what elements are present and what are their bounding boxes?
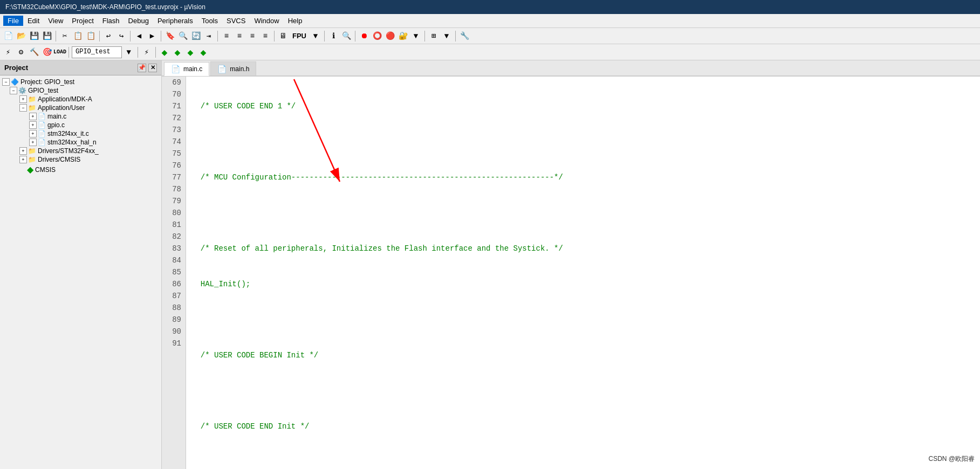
ln-90: 90 [166, 326, 181, 337]
sep9 [424, 31, 425, 42]
toggle-main-c[interactable]: + [29, 113, 37, 120]
new-btn[interactable]: 📄 [2, 30, 14, 42]
toggle-drivers-cmsis[interactable]: + [19, 156, 27, 163]
menu-peripherals[interactable]: Peripherals [153, 16, 197, 26]
diamond-btn4[interactable]: ◆ [197, 46, 209, 58]
save-btn[interactable]: 💾 [28, 30, 40, 42]
tree-item-app-mdk[interactable]: + 📁 Application/MDK-A [0, 95, 161, 104]
target-dropdown-arrow[interactable]: ▼ [123, 46, 135, 58]
tree-item-project[interactable]: − 🔷 Project: GPIO_test [0, 78, 161, 86]
toggle-app-mdk[interactable]: + [19, 95, 27, 103]
ln-71: 71 [166, 100, 181, 112]
tree-item-drivers-cmsis[interactable]: + 📁 Drivers/CMSIS [0, 155, 161, 164]
undo-btn[interactable]: ↩ [102, 30, 114, 42]
tab-main-c[interactable]: 📄 main.c [164, 62, 209, 76]
toggle-drivers-stm[interactable]: + [19, 147, 27, 155]
compile-btn[interactable]: 🔨 [28, 46, 40, 58]
cut-btn[interactable]: ✂️ [59, 30, 71, 42]
menu-debug[interactable]: Debug [124, 16, 153, 26]
dropdown-btn3[interactable]: ▼ [441, 30, 453, 42]
sep11 [68, 47, 69, 58]
watermark-text: CSDN @欧阳睿 [928, 455, 975, 463]
tree-item-gpio-test[interactable]: − ⚙️ GPIO_test [0, 86, 161, 95]
search-btn[interactable]: 🔍 [340, 30, 352, 42]
target-dropdown[interactable]: GPIO_test [72, 46, 122, 58]
menu-file[interactable]: File [3, 16, 23, 26]
grid-btn[interactable]: ⊞ [428, 30, 440, 42]
tree-item-cmsis[interactable]: ◆ CMSIS [0, 164, 161, 175]
stm-hal-icon: 📄 [38, 139, 46, 146]
wrench-btn[interactable]: 🔧 [458, 30, 470, 42]
option-btn[interactable]: ⚡ [141, 46, 153, 58]
menu-project[interactable]: Project [67, 16, 98, 26]
record-btn[interactable]: ⏺ [358, 30, 370, 42]
sep8 [355, 31, 355, 42]
menu-window[interactable]: Window [250, 16, 283, 26]
ln-79: 79 [166, 195, 181, 207]
forward-btn[interactable]: ▶ [146, 30, 158, 42]
diamond-btn3[interactable]: ◆ [184, 46, 196, 58]
copy-btn[interactable]: 📋 [72, 30, 84, 42]
code-line-75 [191, 314, 975, 326]
build-btn[interactable]: ⚡ [2, 46, 14, 58]
tree-item-gpio-c[interactable]: + 📄 gpio.c [0, 121, 161, 129]
redo-btn[interactable]: ↪ [115, 30, 127, 42]
shield-btn[interactable]: 🔐 [397, 30, 409, 42]
toggle-gpio-c[interactable]: + [29, 121, 37, 129]
toggle-gpio-test[interactable]: − [10, 87, 17, 94]
menu-help[interactable]: Help [284, 16, 307, 26]
gpio-c-icon: 📄 [38, 121, 46, 129]
paste-btn[interactable]: 📋 [85, 30, 97, 42]
project-icon: 🔷 [11, 78, 19, 86]
menu-edit[interactable]: Edit [23, 16, 44, 26]
circle-btn[interactable]: ⭕ [371, 30, 383, 42]
open-btn[interactable]: 📂 [15, 30, 27, 42]
tree-container: − 🔷 Project: GPIO_test − ⚙️ GPIO_test + … [0, 75, 161, 469]
toggle-stm-it[interactable]: + [29, 130, 37, 137]
editor-area: 📄 main.c 📄 main.h [162, 60, 980, 469]
menu-view[interactable]: View [44, 16, 67, 26]
tab-main-h-label: main.h [230, 65, 249, 73]
cmsis-label: CMSIS [35, 166, 56, 174]
load-btn[interactable]: LOAD [54, 46, 66, 58]
sidebar-close-icon[interactable]: ✕ [148, 64, 157, 72]
indent-btn[interactable]: ⇥ [203, 30, 215, 42]
tab-main-h[interactable]: 📄 main.h [210, 61, 256, 75]
toggle-stm-hal[interactable]: + [29, 139, 37, 146]
info-btn[interactable]: ℹ [327, 30, 339, 42]
sidebar-pin-icon[interactable]: 📌 [138, 64, 146, 72]
fpu-dropdown[interactable]: ▼ [310, 30, 321, 42]
toggle-app-user[interactable]: − [19, 104, 27, 112]
cpu-btn[interactable]: 🖥 [277, 30, 289, 42]
code-editor[interactable]: 69 70 71 72 73 74 75 76 77 78 79 80 81 8… [162, 77, 980, 469]
align-btn2[interactable]: ≡ [234, 30, 245, 42]
ln-80: 80 [166, 207, 181, 219]
toolbar-1: 📄 📂 💾 💾 ✂️ 📋 📋 ↩ ↪ ◀ ▶ 🔖 🔍 🔄 ⇥ ≡ ≡ ≡ ≡ 🖥… [0, 28, 980, 44]
align-btn4[interactable]: ≡ [259, 30, 271, 42]
tree-item-app-user[interactable]: − 📁 Application/User [0, 104, 161, 112]
bookmark-btn[interactable]: 🔖 [164, 30, 176, 42]
tree-item-stm-hal[interactable]: + 📄 stm32f4xx_hal_n [0, 138, 161, 147]
target-btn[interactable]: 🎯 [41, 46, 53, 58]
save-all-btn[interactable]: 💾 [41, 30, 53, 42]
menu-flash[interactable]: Flash [98, 16, 124, 26]
tree-item-main-c[interactable]: + 📄 main.c [0, 112, 161, 121]
menu-tools[interactable]: Tools [197, 16, 222, 26]
delete-btn[interactable]: 🔴 [384, 30, 396, 42]
stm-hal-label: stm32f4xx_hal_n [47, 139, 97, 146]
sep2 [99, 31, 100, 42]
diamond-btn1[interactable]: ◆ [159, 46, 170, 58]
align-btn3[interactable]: ≡ [246, 30, 258, 42]
tree-item-drivers-stm[interactable]: + 📁 Drivers/STM32F4xx_ [0, 147, 161, 155]
align-btn1[interactable]: ≡ [221, 30, 232, 42]
tree-item-stm-it[interactable]: + 📄 stm32f4xx_it.c [0, 129, 161, 138]
find-btn[interactable]: 🔍 [177, 30, 189, 42]
toggle-project[interactable]: − [2, 78, 10, 86]
rebuild-btn[interactable]: ⚙ [15, 46, 27, 58]
menu-svcs[interactable]: SVCS [222, 16, 250, 26]
sep10 [455, 31, 456, 42]
replace-btn[interactable]: 🔄 [190, 30, 202, 42]
dropdown-btn2[interactable]: ▼ [410, 30, 422, 42]
diamond-btn2[interactable]: ◆ [172, 46, 183, 58]
back-btn[interactable]: ◀ [133, 30, 145, 42]
